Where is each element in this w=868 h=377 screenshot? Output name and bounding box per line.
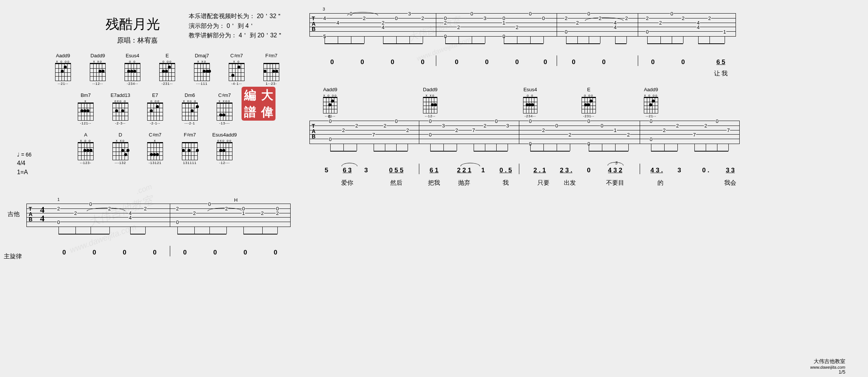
lyric: 让 我: [714, 70, 728, 78]
tie-marker: [87, 208, 125, 211]
tab-system-1: TAB 4 4 1 H 20 2 0 2 44 2 20 2 0 2 10: [26, 204, 291, 227]
chord-Esus4: Esus4o o-234--: [122, 53, 143, 86]
measure-number: 3: [323, 7, 325, 11]
tab-staff-3: TAB 6 00 2 2 7 2 0 2 00 3 2 7 2 0 3 00 2: [309, 121, 740, 144]
time-signature: 4 4: [40, 205, 45, 223]
video-info: 本乐谱配套视频时长为： 20＇32＂ 演示部分为： 0＇ 到 4＇ 教学讲解部分…: [189, 11, 283, 40]
chord-Csharpm7-b: C♯m7x xoo-13---: [214, 92, 235, 125]
demo-range-value: 0＇ 到 4＇: [226, 23, 255, 29]
chord-Fsharpm7-a: F♯m71--23-: [261, 53, 282, 86]
chord-D: Dx xo---132: [110, 132, 131, 165]
artist-name: 林宥嘉: [137, 37, 158, 44]
tempo-key-block: ♩ = 66 4/4 1=A: [17, 151, 32, 177]
inline-chord-Esus4: Esus4o o-234--: [523, 87, 537, 118]
tie-marker: [585, 17, 623, 21]
tab-system-2: TAB 3 45 4 0 2 24 0 3 2 020 2 0 3 010 2 …: [309, 13, 736, 37]
slur-marker: [342, 163, 357, 166]
time-signature-text: 4/4: [17, 159, 32, 168]
hammer-on-marker: H: [234, 197, 237, 203]
chord-E7: E7o oo-2-1--: [145, 92, 165, 125]
chord-E: Eo oo-231--: [157, 53, 177, 86]
song-subtitle: 原唱：林宥嘉: [117, 36, 158, 45]
tab-clef-icon: TAB: [29, 206, 32, 222]
slur-marker: [608, 162, 623, 166]
page-number: 1/5: [839, 369, 845, 375]
tutorial-range-label: 教学讲解部分为：: [189, 32, 237, 38]
chord-Fsharpm7-b: F♯m7131111: [180, 132, 200, 165]
chord-A: Ax o o--123-: [75, 132, 96, 165]
tab-clef-icon: TAB: [312, 123, 315, 139]
chord-E7add13: E7add13oxo o-2-3--: [110, 92, 131, 125]
chord-Dmaj7: Dmaj7x xo---111: [192, 53, 212, 86]
sheet-music-page: 残酷月光 原唱：林宥嘉 本乐谱配套视频时长为： 20＇32＂ 演示部分为： 0＇…: [0, 0, 868, 377]
chord-Dadd9: Dadd9x xo--12--: [88, 53, 108, 86]
song-title: 残酷月光: [106, 15, 160, 34]
chord-Bm7: Bm7x-121--: [75, 92, 96, 125]
tab-staff-1: TAB 4 4 1 H 20 2 0 2 44 2 20 2 0 2 10: [26, 204, 291, 227]
tab-system-3: Aadd9x o oo--21-- Dadd9x xo--12-- Esus4o…: [309, 121, 740, 144]
slur-marker: [460, 163, 480, 166]
inline-chord-E: Eo oo-231--: [582, 87, 596, 118]
chord-Csharpm7-c: C♯m7x-13121: [145, 132, 165, 165]
subtitle-prefix: 原唱：: [117, 37, 137, 44]
inline-chord-Aadd9: Aadd9x o oo--21--: [323, 87, 337, 118]
footer-studio: 大伟吉他教室: [810, 358, 845, 365]
page-footer: 大伟吉他教室 www.daweijita.com: [810, 358, 845, 369]
inline-chord-Aadd9-b: Aadd9x o oo--21--: [644, 87, 658, 118]
chord-Csharpm7-a: C♯m7x o-4-1--: [226, 53, 247, 86]
watermark: .com: [135, 182, 153, 196]
key-signature-text: 1=A: [17, 168, 32, 177]
tempo-marking: ♩ = 66: [17, 151, 32, 159]
tab-clef-icon: TAB: [312, 16, 315, 32]
video-len-value: 20＇32＂: [257, 13, 282, 19]
chord-Aadd9: Aadd9x o oo--21--: [53, 53, 73, 86]
chord-row-1: Aadd9x o oo--21-- Dadd9x xo--12-- Esus4o…: [53, 53, 282, 86]
measure-number: 1: [57, 197, 60, 202]
tab-staff-2: TAB 3 45 4 0 2 24 0 3 2 020 2 0 3 010 2 …: [309, 13, 736, 37]
track-label-melody: 主旋律: [4, 253, 22, 261]
tutorial-range-value: 4＇ 到 20＇32＂: [239, 32, 283, 38]
track-label-guitar: 吉他: [8, 210, 20, 218]
chord-Esus4add9: Esus4add9oxo oo-12---: [214, 132, 235, 165]
inline-chord-Dadd9: Dadd9x xo--12--: [423, 87, 437, 118]
demo-range-label: 演示部分为：: [189, 23, 225, 29]
publisher-seal: 編 大 譜 偉: [242, 87, 275, 121]
chord-Dm6: Dm6x xo o---2-1: [180, 92, 200, 125]
chord-row-3: Ax o o--123- Dx xo---132 C♯m7x-13121 F♯m…: [75, 132, 282, 165]
video-len-label: 本乐谱配套视频时长为：: [189, 13, 255, 19]
